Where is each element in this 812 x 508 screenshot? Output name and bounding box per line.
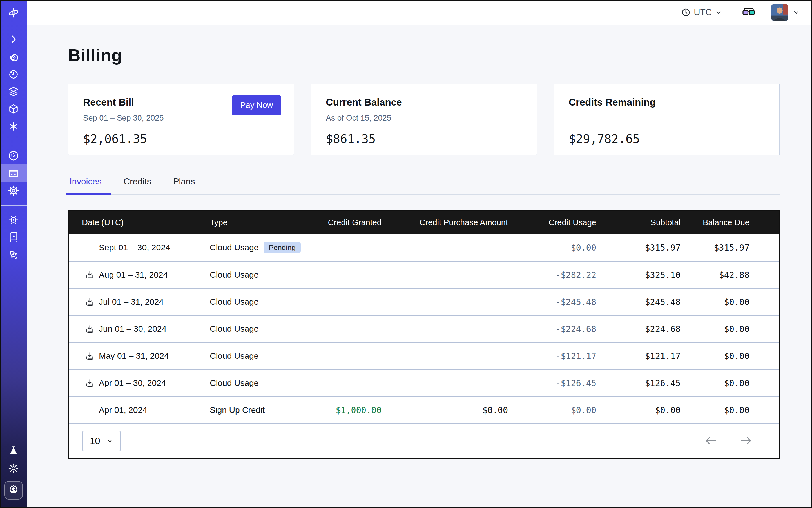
table-header-row: Date (UTC)TypeCredit GrantedCredit Purch… — [69, 211, 779, 234]
topbar: UTC — [27, 0, 812, 25]
gauge-icon — [8, 150, 19, 161]
cell-date: Apr 01, 2024 — [69, 405, 210, 415]
download-invoice-button[interactable] — [85, 324, 95, 334]
table-row: Apr 01, 2024 Sign Up Credit $1,000.00 $0… — [69, 396, 779, 423]
settings-gear-icon — [8, 185, 19, 196]
page-size-value: 10 — [90, 436, 100, 446]
spiral-icon — [8, 51, 19, 62]
user-menu[interactable] — [771, 4, 800, 21]
column-header: Credit Granted — [325, 218, 384, 227]
summary-card: Credits Remaining $29,782.65 — [554, 84, 780, 155]
card-amount: $29,782.65 — [569, 132, 765, 146]
sidebar-item-expand[interactable] — [0, 31, 27, 48]
invoice-type: Cloud Usage — [210, 351, 258, 361]
cell-date: Aug 01 – 31, 2024 — [69, 270, 210, 280]
sidebar-item-layers[interactable] — [0, 83, 27, 100]
avatar-photo — [771, 4, 788, 21]
invoices-table: Date (UTC)TypeCredit GrantedCredit Purch… — [68, 210, 780, 459]
tab-invoices[interactable]: Invoices — [68, 177, 103, 194]
arrow-right-icon — [739, 436, 752, 446]
previous-page-button[interactable] — [703, 434, 719, 448]
download-invoice-button[interactable] — [85, 378, 95, 388]
invoice-date: May 01 – 31, 2024 — [99, 351, 169, 361]
sidebar-item-history[interactable] — [0, 65, 27, 83]
next-page-button[interactable] — [738, 434, 754, 448]
invoice-date: Sept 01 – 30, 2024 — [99, 243, 170, 252]
sidebar-item-control[interactable] — [0, 211, 27, 229]
download-invoice-button[interactable] — [85, 243, 95, 253]
flask-icon — [8, 445, 19, 457]
table-row: Aug 01 – 31, 2024 Cloud Usage -$282.22 $… — [69, 261, 779, 288]
logo-orbit-icon[interactable] — [0, 0, 27, 25]
invoice-date: Apr 01, 2024 — [99, 405, 147, 415]
arrow-left-icon — [704, 436, 717, 446]
tab-credits[interactable]: Credits — [122, 177, 153, 194]
sidebar-item-theme[interactable] — [0, 460, 27, 477]
download-icon — [85, 270, 95, 280]
download-icon — [85, 324, 95, 334]
pay-now-button[interactable]: Pay Now — [232, 95, 281, 115]
sidebar-item-billing[interactable] — [0, 164, 27, 182]
cell-balance-due: $0.00 — [683, 405, 779, 415]
invoice-type: Cloud Usage — [210, 324, 258, 334]
invoice-type: Cloud Usage — [210, 270, 258, 280]
credits-offer-button[interactable] — [4, 481, 23, 500]
summary-card: Current Balance As of Oct 15, 2025 $861.… — [310, 84, 537, 155]
chevron-down-icon — [793, 9, 800, 16]
cell-date: May 01 – 31, 2024 — [69, 351, 210, 361]
sidebar-item-metrics[interactable] — [0, 147, 27, 164]
table-row: Jul 01 – 31, 2024 Cloud Usage -$245.48 $… — [69, 288, 779, 315]
billing-tabs: Invoices Credits Plans — [68, 177, 780, 195]
pagination-arrows — [703, 434, 754, 448]
table-row: Sept 01 – 30, 2024 Cloud Usage Pending $… — [69, 234, 779, 261]
sidebar-divider — [0, 141, 27, 141]
chevron-down-icon — [106, 437, 113, 444]
invoice-date: Aug 01 – 31, 2024 — [99, 270, 168, 280]
cube-icon — [8, 103, 19, 115]
view-mode-button[interactable] — [740, 6, 757, 18]
summary-cards: Recent Bill Sep 01 – Sep 30, 2025 $2,061… — [68, 84, 780, 155]
sidebar-item-docs[interactable] — [0, 229, 27, 246]
timezone-selector[interactable]: UTC — [681, 7, 722, 17]
book-sparkle-icon — [8, 232, 19, 243]
cell-credit-usage: $0.00 — [511, 405, 599, 415]
cell-balance-due: $315.97 — [683, 243, 779, 253]
history-icon — [8, 69, 19, 80]
cell-balance-due: $42.88 — [683, 270, 779, 280]
cell-subtotal: $245.48 — [599, 297, 683, 307]
invoice-type: Cloud Usage — [210, 297, 258, 307]
card-subtitle — [569, 114, 765, 123]
sidebar-item-settings[interactable] — [0, 182, 27, 199]
download-invoice-button[interactable] — [85, 270, 95, 280]
page-title: Billing — [68, 45, 780, 65]
cell-type: Cloud Usage Pending — [210, 242, 325, 253]
sidebar-divider — [0, 205, 27, 206]
column-header: Credit Usage — [511, 218, 599, 227]
cell-date: Sept 01 – 30, 2024 — [69, 243, 210, 253]
sidebar-item-labs[interactable] — [0, 442, 27, 460]
billing-card-icon — [8, 168, 19, 179]
sidebar-item-traces[interactable] — [0, 48, 27, 65]
column-header: Type — [210, 218, 325, 227]
page-size-select[interactable]: 10 — [83, 431, 121, 451]
download-invoice-button[interactable] — [85, 405, 95, 415]
cell-credit-usage: $0.00 — [511, 243, 599, 253]
column-header: Credit Purchase Amount — [384, 218, 511, 227]
cell-subtotal: $325.10 — [599, 270, 683, 280]
sidebar-item-functions[interactable] — [0, 118, 27, 135]
cell-subtotal: $0.00 — [599, 405, 683, 415]
download-invoice-button[interactable] — [85, 297, 95, 307]
download-invoice-button[interactable] — [85, 351, 95, 361]
sidebar-item-packages[interactable] — [0, 100, 27, 118]
invoice-type: Sign Up Credit — [210, 405, 265, 415]
clock-icon — [681, 8, 690, 17]
invoice-date: Jul 01 – 31, 2024 — [99, 297, 164, 307]
user-avatar — [771, 4, 788, 21]
sidebar-item-deploy[interactable] — [0, 246, 27, 263]
content: Billing Recent Bill Sep 01 – Sep 30, 202… — [27, 25, 812, 508]
card-title: Credits Remaining — [569, 96, 765, 108]
tab-plans[interactable]: Plans — [171, 177, 197, 194]
cell-credit-usage: -$282.22 — [511, 270, 599, 280]
cell-date: Jul 01 – 31, 2024 — [69, 297, 210, 307]
cell-credit-granted: $1,000.00 — [325, 405, 384, 415]
